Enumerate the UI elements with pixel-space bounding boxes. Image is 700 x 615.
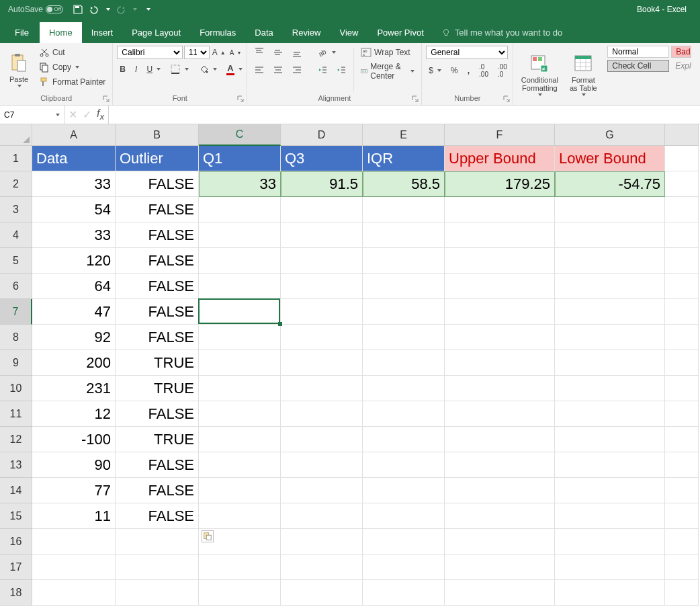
cell-F13[interactable]: [445, 452, 555, 478]
row-header-12[interactable]: 12: [0, 427, 32, 452]
cell-B1[interactable]: Outlier: [116, 146, 199, 171]
cell-E9[interactable]: [363, 350, 445, 376]
increase-decimal-button[interactable]: .0.00: [476, 62, 491, 79]
qat-customize[interactable]: [146, 8, 150, 11]
cell-E2[interactable]: 58.5: [363, 171, 445, 197]
cell-C8[interactable]: [199, 325, 281, 350]
decrease-font-button[interactable]: A▼: [228, 49, 243, 56]
style-bad[interactable]: Bad: [671, 46, 691, 58]
cell-B6[interactable]: FALSE: [116, 274, 199, 299]
cell-H13[interactable]: [665, 452, 699, 478]
cell-E11[interactable]: [363, 401, 445, 427]
cell-A17[interactable]: [32, 555, 116, 580]
cell-B16[interactable]: [116, 529, 199, 555]
redo-dropdown[interactable]: [133, 8, 137, 11]
cell-B13[interactable]: FALSE: [116, 452, 199, 478]
decrease-indent-button[interactable]: [314, 63, 331, 77]
align-bottom-button[interactable]: [289, 46, 305, 59]
tab-data[interactable]: Data: [245, 22, 282, 43]
cell-E15[interactable]: [363, 503, 445, 529]
tab-review[interactable]: Review: [283, 22, 331, 43]
cell-H10[interactable]: [665, 376, 699, 401]
comma-button[interactable]: ,: [465, 65, 472, 77]
formula-input[interactable]: [109, 106, 700, 124]
cell-D13[interactable]: [281, 452, 363, 478]
cell-G16[interactable]: [555, 529, 665, 555]
row-header-13[interactable]: 13: [0, 452, 32, 478]
cell-D1[interactable]: Q3: [281, 146, 363, 171]
alignment-launcher-icon[interactable]: [412, 95, 419, 102]
row-header-16[interactable]: 16: [0, 529, 32, 555]
cell-G12[interactable]: [555, 427, 665, 452]
number-format-select[interactable]: General: [426, 46, 508, 59]
paste-button[interactable]: Paste: [4, 46, 34, 94]
cell-B7[interactable]: FALSE: [116, 299, 199, 325]
wrap-text-button[interactable]: abcWrap Text: [358, 46, 417, 59]
cell-B17[interactable]: [116, 555, 199, 580]
cell-C13[interactable]: [199, 452, 281, 478]
font-color-button[interactable]: A: [224, 62, 245, 77]
cell-G10[interactable]: [555, 376, 665, 401]
cell-E16[interactable]: [363, 529, 445, 555]
cell-C5[interactable]: [199, 248, 281, 274]
cell-E3[interactable]: [363, 197, 445, 222]
cell-A15[interactable]: 11: [32, 503, 116, 529]
align-center-button[interactable]: [270, 63, 286, 77]
cell-E6[interactable]: [363, 274, 445, 299]
cell-E1[interactable]: IQR: [363, 146, 445, 171]
cell-E17[interactable]: [363, 555, 445, 580]
percent-button[interactable]: %: [448, 65, 461, 77]
cell-D11[interactable]: [281, 401, 363, 427]
cell-D3[interactable]: [281, 197, 363, 222]
cell-G18[interactable]: [555, 580, 665, 606]
cell-E14[interactable]: [363, 478, 445, 503]
cell-D15[interactable]: [281, 503, 363, 529]
cell-H8[interactable]: [665, 325, 699, 350]
cell-D2[interactable]: 91.5: [281, 171, 363, 197]
cell-F15[interactable]: [445, 503, 555, 529]
style-explanatory[interactable]: Expl: [671, 60, 691, 72]
row-header-3[interactable]: 3: [0, 197, 32, 222]
cell-E18[interactable]: [363, 580, 445, 606]
row-header-15[interactable]: 15: [0, 503, 32, 529]
cell-A8[interactable]: 92: [32, 325, 116, 350]
cell-G15[interactable]: [555, 503, 665, 529]
cell-C1[interactable]: Q1: [199, 146, 281, 171]
spreadsheet-grid[interactable]: ABCDEFG 123456789101112131415161718 Data…: [0, 124, 700, 608]
undo-icon[interactable]: [89, 4, 99, 15]
merge-center-button[interactable]: Merge & Center: [358, 60, 417, 82]
tab-power-pivot[interactable]: Power Pivot: [367, 22, 433, 43]
row-header-18[interactable]: 18: [0, 580, 32, 606]
tab-formulas[interactable]: Formulas: [190, 22, 245, 43]
cell-F14[interactable]: [445, 478, 555, 503]
cell-G14[interactable]: [555, 478, 665, 503]
align-right-button[interactable]: [289, 63, 305, 77]
cell-G2[interactable]: -54.75: [555, 171, 665, 197]
cell-H3[interactable]: [665, 197, 699, 222]
autosave[interactable]: AutoSave Off: [8, 5, 63, 14]
cell-A5[interactable]: 120: [32, 248, 116, 274]
fill-color-button[interactable]: [195, 63, 220, 76]
select-all-corner[interactable]: [0, 124, 32, 146]
cell-G17[interactable]: [555, 555, 665, 580]
row-header-14[interactable]: 14: [0, 478, 32, 503]
cell-C15[interactable]: [199, 503, 281, 529]
cell-G4[interactable]: [555, 222, 665, 248]
border-button[interactable]: [167, 63, 191, 76]
conditional-formatting-button[interactable]: ≠ Conditional Formatting: [517, 46, 562, 104]
format-as-table-button[interactable]: Format as Table: [564, 46, 602, 104]
cell-C3[interactable]: [199, 197, 281, 222]
row-header-10[interactable]: 10: [0, 376, 32, 401]
cell-C2[interactable]: 33: [199, 171, 281, 197]
cell-B4[interactable]: FALSE: [116, 222, 199, 248]
cell-C17[interactable]: [199, 555, 281, 580]
cell-G3[interactable]: [555, 197, 665, 222]
font-size-select[interactable]: 11: [184, 46, 210, 59]
cell-D8[interactable]: [281, 325, 363, 350]
cell-B15[interactable]: FALSE: [116, 503, 199, 529]
cell-G13[interactable]: [555, 452, 665, 478]
cell-G8[interactable]: [555, 325, 665, 350]
cell-D7[interactable]: [281, 299, 363, 325]
accounting-button[interactable]: $: [426, 65, 444, 77]
cell-H16[interactable]: [665, 529, 699, 555]
